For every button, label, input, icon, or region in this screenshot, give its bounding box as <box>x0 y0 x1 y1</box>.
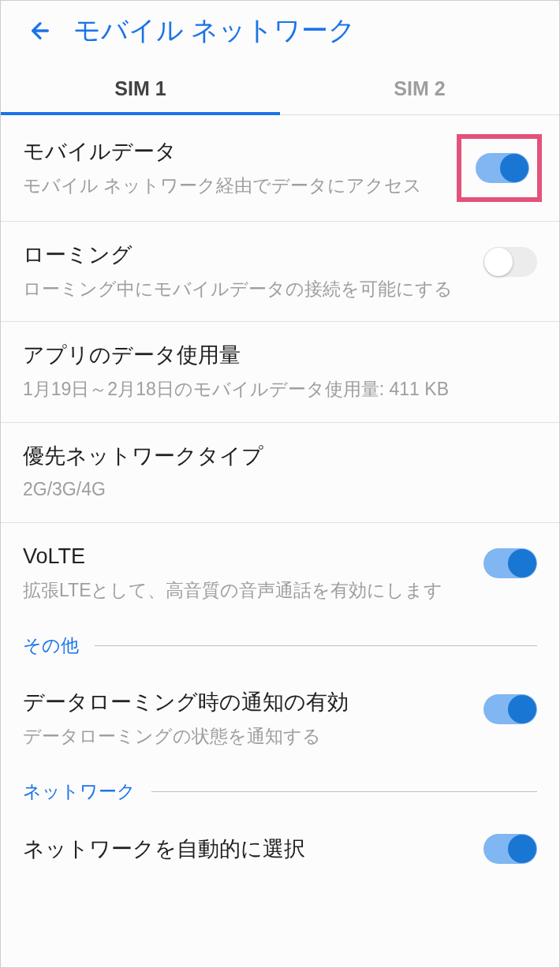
volte-subtitle: 拡張LTEとして、高音質の音声通話を有効にします <box>23 577 476 604</box>
page-title: モバイル ネットワーク <box>73 13 356 49</box>
tabs: SIM 1 SIM 2 <box>1 63 559 115</box>
roaming-toggle[interactable] <box>483 247 537 277</box>
divider <box>95 645 537 646</box>
preferred-network-subtitle: 2G/3G/4G <box>23 476 529 503</box>
auto-select-network-title: ネットワークを自動的に選択 <box>23 835 476 865</box>
content: モバイルデータ モバイル ネットワーク経由でデータにアクセス ローミング ローミ… <box>1 115 559 883</box>
auto-select-network-toggle[interactable] <box>483 834 537 864</box>
volte-title: VoLTE <box>23 542 476 572</box>
divider <box>151 791 537 792</box>
row-text: 優先ネットワークタイプ 2G/3G/4G <box>23 442 537 503</box>
row-volte[interactable]: VoLTE 拡張LTEとして、高音質の音声通話を有効にします <box>1 523 559 622</box>
data-roaming-notify-subtitle: データローミングの状態を通知する <box>23 723 476 750</box>
mobile-data-title: モバイルデータ <box>23 137 449 167</box>
row-data-roaming-notify[interactable]: データローミング時の通知の有効 データローミングの状態を通知する <box>1 669 559 768</box>
tab-sim2[interactable]: SIM 2 <box>280 63 559 114</box>
row-app-data-usage[interactable]: アプリのデータ使用量 1月19日～2月18日のモバイルデータ使用量: 411 K… <box>1 322 559 422</box>
section-other: その他 <box>1 622 559 669</box>
header: モバイル ネットワーク <box>1 1 559 63</box>
app-data-usage-subtitle: 1月19日～2月18日のモバイルデータ使用量: 411 KB <box>23 376 529 403</box>
row-text: データローミング時の通知の有効 データローミングの状態を通知する <box>23 688 483 749</box>
section-other-label: その他 <box>23 633 79 658</box>
row-text: アプリのデータ使用量 1月19日～2月18日のモバイルデータ使用量: 411 K… <box>23 341 537 402</box>
section-network: ネットワーク <box>1 768 559 815</box>
row-text: VoLTE 拡張LTEとして、高音質の音声通話を有効にします <box>23 542 483 604</box>
data-roaming-notify-toggle[interactable] <box>483 694 537 724</box>
row-preferred-network[interactable]: 優先ネットワークタイプ 2G/3G/4G <box>1 423 559 523</box>
section-network-label: ネットワーク <box>23 779 136 804</box>
roaming-subtitle: ローミング中にモバイルデータの接続を可能にする <box>23 275 476 303</box>
row-text: モバイルデータ モバイル ネットワーク経由でデータにアクセス <box>23 137 457 199</box>
data-roaming-notify-title: データローミング時の通知の有効 <box>23 688 476 718</box>
row-text: ネットワークを自動的に選択 <box>23 835 483 865</box>
volte-toggle[interactable] <box>483 548 537 578</box>
preferred-network-title: 優先ネットワークタイプ <box>23 442 529 472</box>
mobile-data-toggle[interactable] <box>476 153 529 183</box>
back-arrow-icon[interactable] <box>23 13 58 48</box>
app-data-usage-title: アプリのデータ使用量 <box>23 341 529 371</box>
row-text: ローミング ローミング中にモバイルデータの接続を可能にする <box>23 241 483 302</box>
mobile-data-subtitle: モバイル ネットワーク経由でデータにアクセス <box>23 172 449 200</box>
roaming-title: ローミング <box>23 241 476 271</box>
highlight-box <box>457 134 542 202</box>
row-auto-select-network[interactable]: ネットワークを自動的に選択 <box>1 815 559 883</box>
row-roaming[interactable]: ローミング ローミング中にモバイルデータの接続を可能にする <box>1 222 559 322</box>
tab-sim1[interactable]: SIM 1 <box>1 63 280 114</box>
row-mobile-data[interactable]: モバイルデータ モバイル ネットワーク経由でデータにアクセス <box>1 115 559 222</box>
